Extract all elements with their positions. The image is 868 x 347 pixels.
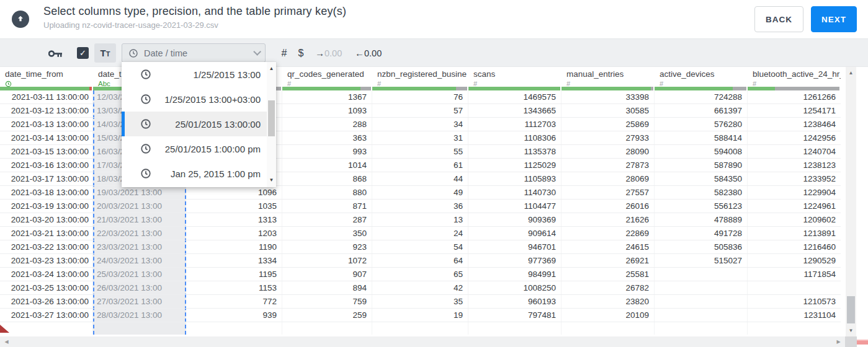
table-cell[interactable]: 19 [372, 309, 468, 322]
table-cell[interactable]: 2021-03-19 13:00:00 [0, 200, 93, 213]
table-cell[interactable]: 2021-03-15 13:00:00 [0, 145, 93, 158]
table-cell[interactable]: 1125029 [468, 159, 562, 172]
table-cell[interactable]: 27933 [562, 131, 655, 144]
table-cell[interactable]: 2021-03-22 13:00:00 [0, 240, 93, 253]
table-row[interactable]: 2021-03-24 13:00:0025/03/2021 13:0011959… [0, 268, 841, 281]
table-row[interactable]: 2021-03-27 13:00:0028/03/2021 13:0093925… [0, 309, 841, 322]
table-cell[interactable]: 61 [372, 159, 468, 172]
table-row[interactable]: 2021-03-26 13:00:0027/03/2021 13:0077275… [0, 295, 841, 309]
table-cell[interactable]: 21/03/2021 13:00 [93, 213, 186, 226]
table-cell[interactable]: 1213891 [748, 227, 841, 240]
table-cell[interactable]: 49 [372, 186, 468, 199]
table-cell[interactable]: 363 [282, 131, 372, 144]
table-cell[interactable]: 1035 [186, 200, 282, 213]
table-cell[interactable] [282, 322, 372, 335]
table-cell[interactable]: 871 [282, 200, 372, 213]
table-cell[interactable]: 31 [372, 131, 468, 144]
table-cell[interactable]: 24/03/2021 13:00 [93, 254, 186, 267]
table-cell[interactable]: 55 [372, 145, 468, 158]
table-cell[interactable]: 1072 [282, 254, 372, 267]
column-header-active_devices[interactable]: active_devices # [655, 67, 748, 90]
table-cell[interactable]: 23820 [562, 295, 655, 308]
scroll-up-arrow-icon[interactable]: ▲ [846, 68, 856, 78]
table-cell[interactable] [186, 322, 282, 335]
number-type-button[interactable]: # [278, 39, 290, 68]
table-cell[interactable]: 2021-03-12 13:00:00 [0, 104, 93, 117]
table-cell[interactable]: 22/03/2021 13:00 [93, 227, 186, 240]
table-cell[interactable]: 1171854 [748, 268, 841, 281]
table-cell[interactable]: 20/03/2021 13:00 [93, 200, 186, 213]
table-cell[interactable]: 1008250 [468, 281, 562, 294]
table-cell[interactable]: 759 [282, 295, 372, 308]
table-cell[interactable]: 1203 [186, 227, 282, 240]
table-cell[interactable]: 1210573 [748, 295, 841, 308]
table-cell[interactable]: 288 [282, 118, 372, 131]
table-cell[interactable]: 505836 [655, 240, 748, 253]
table-cell[interactable]: 2021-03-14 13:00:00 [0, 131, 93, 144]
table-cell[interactable]: 491728 [655, 227, 748, 240]
table-cell[interactable]: 1195 [186, 268, 282, 281]
table-cell[interactable]: 76 [372, 90, 468, 103]
scroll-right-arrow-icon[interactable]: ▶ [833, 336, 844, 347]
table-cell[interactable]: 1233952 [748, 172, 841, 185]
menu-scroll-thumb[interactable] [268, 100, 275, 136]
table-cell[interactable]: 54 [372, 240, 468, 253]
table-row[interactable]: 2021-03-21 13:00:0022/03/2021 13:0012033… [0, 227, 841, 240]
decrease-decimal-button[interactable]: ←0.00 [355, 39, 382, 68]
table-cell[interactable] [655, 281, 748, 294]
table-cell[interactable] [372, 322, 468, 335]
table-cell[interactable]: 1190 [186, 240, 282, 253]
vertical-scrollbar[interactable]: ▲ ▼ [846, 67, 856, 337]
table-cell[interactable]: 1135378 [468, 145, 562, 158]
menu-scrollbar[interactable]: ▲ ▼ [267, 62, 276, 187]
table-cell[interactable]: 2021-03-13 13:00:00 [0, 118, 93, 131]
table-cell[interactable]: 772 [186, 295, 282, 308]
table-cell[interactable]: 880 [282, 186, 372, 199]
table-cell[interactable]: 909369 [468, 213, 562, 226]
table-cell[interactable]: 26/03/2021 13:00 [93, 281, 186, 294]
table-cell[interactable]: 25/03/2021 13:00 [93, 268, 186, 281]
table-cell[interactable]: 1093 [282, 104, 372, 117]
table-cell[interactable]: 1229904 [748, 186, 841, 199]
back-button[interactable]: BACK [754, 6, 803, 32]
column-header-scans[interactable]: scans # [468, 67, 562, 90]
table-cell[interactable]: 35 [372, 295, 468, 308]
table-cell[interactable]: 44 [372, 172, 468, 185]
column-header-qr_codes_generated[interactable]: qr_codes_generated # [282, 67, 372, 90]
table-cell[interactable]: 1112703 [468, 118, 562, 131]
table-cell[interactable]: 923 [282, 240, 372, 253]
datetime-format-select[interactable]: Date / time [122, 43, 266, 63]
table-cell[interactable]: 26016 [562, 200, 655, 213]
table-cell[interactable]: 1254171 [748, 104, 841, 117]
table-cell[interactable]: 19/03/2021 13:00 [93, 186, 186, 199]
table-cell[interactable] [0, 322, 93, 335]
table-cell[interactable]: 582380 [655, 186, 748, 199]
table-cell[interactable]: 20109 [562, 309, 655, 322]
column-header-manual_entries[interactable]: manual_entries # [562, 67, 655, 90]
table-cell[interactable]: 1105893 [468, 172, 562, 185]
table-cell[interactable]: 25581 [562, 268, 655, 281]
table-cell[interactable]: 556123 [655, 200, 748, 213]
table-cell[interactable]: 287 [282, 213, 372, 226]
table-cell[interactable]: 1153 [186, 281, 282, 294]
table-cell[interactable] [655, 295, 748, 308]
currency-type-button[interactable]: $ [295, 39, 307, 68]
table-cell[interactable]: 2021-03-17 13:00:00 [0, 172, 93, 185]
table-cell[interactable]: 1261266 [748, 90, 841, 103]
datetime-format-option[interactable]: 1/25/2015 13:00 [122, 62, 267, 87]
table-cell[interactable]: 1014 [282, 159, 372, 172]
table-cell[interactable]: 65 [372, 268, 468, 281]
table-cell[interactable]: 26921 [562, 254, 655, 267]
text-type-button[interactable]: TT [94, 43, 116, 63]
table-cell[interactable]: 30585 [562, 104, 655, 117]
table-cell[interactable] [748, 322, 841, 335]
table-cell[interactable]: 1367 [282, 90, 372, 103]
table-cell[interactable]: 594008 [655, 145, 748, 158]
table-cell[interactable]: 797481 [468, 309, 562, 322]
table-cell[interactable]: 259 [282, 309, 372, 322]
table-cell[interactable] [562, 322, 655, 335]
table-cell[interactable]: 42 [372, 281, 468, 294]
table-cell[interactable] [655, 322, 748, 335]
table-cell[interactable]: 2021-03-20 13:00:00 [0, 213, 93, 226]
table-cell[interactable]: 27557 [562, 186, 655, 199]
